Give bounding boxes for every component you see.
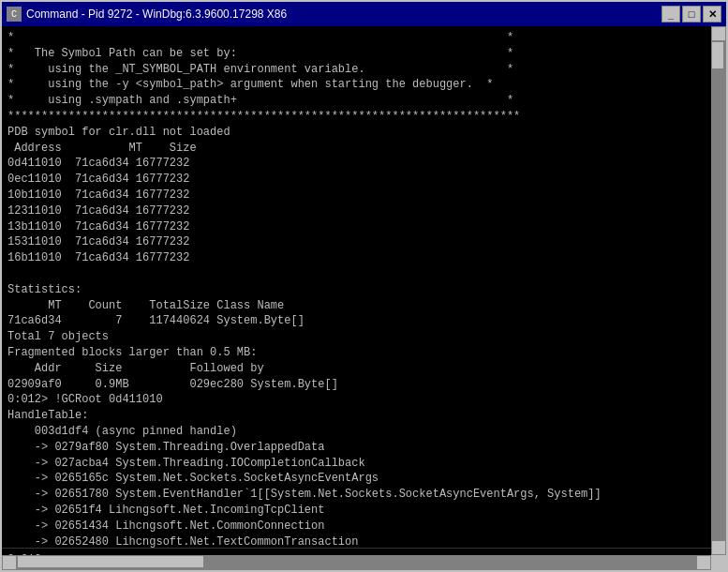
horizontal-scrollbar[interactable]: ◄ ► <box>2 555 711 570</box>
main-window: C Command - Pid 9272 - WinDbg:6.3.9600.1… <box>0 0 728 572</box>
title-bar: C Command - Pid 9272 - WinDbg:6.3.9600.1… <box>2 2 726 26</box>
scroll-thumb-vertical[interactable] <box>711 41 724 69</box>
title-buttons: _ □ ✕ <box>661 6 721 23</box>
scroll-thumb-horizontal[interactable] <box>17 555 204 568</box>
app-icon: C <box>7 7 22 22</box>
close-button[interactable]: ✕ <box>703 6 721 23</box>
window-title: Command - Pid 9272 - WinDbg:6.3.9600.172… <box>26 8 287 21</box>
scroll-left-button[interactable]: ◄ <box>2 555 17 570</box>
title-bar-left: C Command - Pid 9272 - WinDbg:6.3.9600.1… <box>7 7 287 22</box>
maximize-button[interactable]: □ <box>682 6 701 23</box>
vertical-scrollbar[interactable]: ▲ ▼ <box>711 26 726 555</box>
scroll-track-vertical[interactable] <box>711 41 726 540</box>
terminal-output[interactable]: * * * The Symbol Path can be set by: * *… <box>2 26 726 548</box>
scroll-track-horizontal[interactable] <box>17 555 696 570</box>
minimize-button[interactable]: _ <box>661 6 680 23</box>
scroll-up-button[interactable]: ▲ <box>711 26 726 41</box>
scroll-down-button[interactable]: ▼ <box>711 540 726 555</box>
scroll-right-button[interactable]: ► <box>696 555 711 570</box>
scrollbar-corner <box>711 555 726 570</box>
content-area: * * * The Symbol Path can be set by: * *… <box>2 26 726 570</box>
